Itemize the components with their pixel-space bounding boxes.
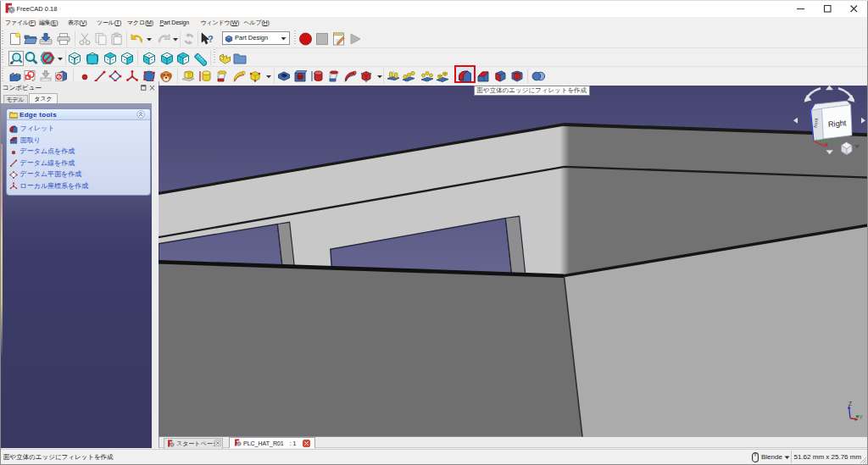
svg-text:Y: Y [859, 414, 863, 420]
svg-text:Right: Right [828, 119, 848, 129]
svg-text:?: ? [208, 34, 214, 44]
svg-text:Z: Z [849, 401, 852, 407]
